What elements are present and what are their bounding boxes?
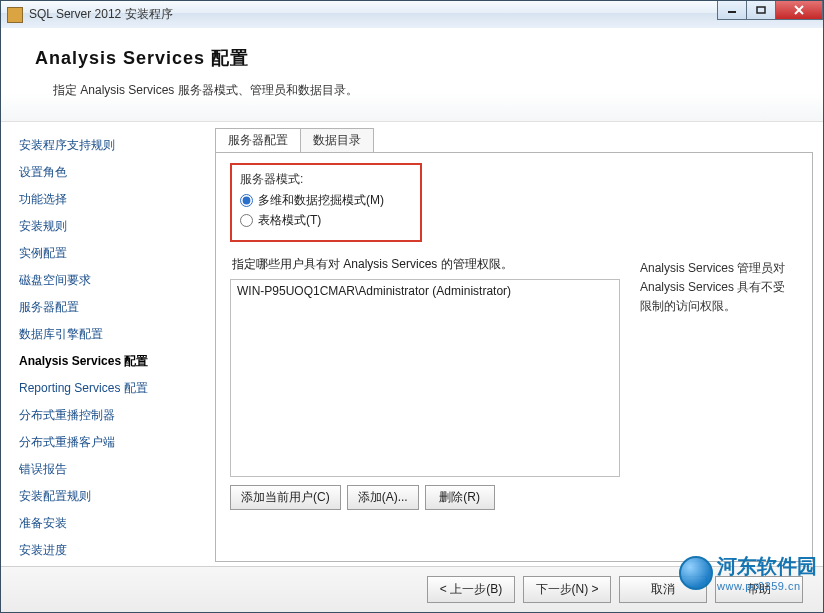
window-controls: [718, 1, 823, 20]
sidebar-item[interactable]: 设置角色: [19, 159, 203, 186]
next-button[interactable]: 下一步(N) >: [523, 576, 611, 603]
server-mode-group: 服务器模式: 多维和数据挖掘模式(M) 表格模式(T): [230, 163, 422, 242]
tab-strip: 服务器配置 数据目录: [215, 128, 813, 152]
header-area: Analysis Services 配置 指定 Analysis Service…: [1, 28, 823, 122]
content-row: 安装程序支持规则 设置角色 功能选择 安装规则 实例配置 磁盘空间要求 服务器配…: [1, 122, 823, 566]
sidebar-item[interactable]: 准备安装: [19, 510, 203, 537]
remove-user-button[interactable]: 删除(R): [425, 485, 495, 510]
maximize-icon: [756, 6, 766, 14]
maximize-button[interactable]: [746, 1, 776, 20]
sidebar-item[interactable]: 服务器配置: [19, 294, 203, 321]
server-mode-legend: 服务器模式:: [240, 171, 412, 188]
tab-data-directories[interactable]: 数据目录: [300, 128, 374, 152]
tab-panel: 服务器模式: 多维和数据挖掘模式(M) 表格模式(T) 指定哪些用户具有对 An…: [215, 152, 813, 562]
close-button[interactable]: [775, 1, 823, 20]
close-icon: [793, 5, 805, 15]
page-subtitle: 指定 Analysis Services 服务器模式、管理员和数据目录。: [35, 82, 789, 99]
sidebar-item[interactable]: 分布式重播控制器: [19, 402, 203, 429]
radio-tabular[interactable]: 表格模式(T): [240, 212, 412, 229]
page-title: Analysis Services 配置: [35, 46, 789, 70]
titlebar: SQL Server 2012 安装程序: [0, 0, 824, 28]
window-body: Analysis Services 配置 指定 Analysis Service…: [0, 28, 824, 613]
radio-multidim[interactable]: 多维和数据挖掘模式(M): [240, 192, 412, 209]
window-title: SQL Server 2012 安装程序: [29, 6, 173, 23]
cancel-button[interactable]: 取消: [619, 576, 707, 603]
sidebar-item[interactable]: 实例配置: [19, 240, 203, 267]
main-panel: 服务器配置 数据目录 服务器模式: 多维和数据挖掘模式(M) 表格模式(T) 指…: [207, 122, 823, 566]
sidebar-item[interactable]: 分布式重播客户端: [19, 429, 203, 456]
add-current-user-button[interactable]: 添加当前用户(C): [230, 485, 341, 510]
user-action-row: 添加当前用户(C) 添加(A)... 删除(R): [230, 485, 798, 510]
help-button[interactable]: 帮助: [715, 576, 803, 603]
svg-rect-1: [757, 7, 765, 13]
sidebar: 安装程序支持规则 设置角色 功能选择 安装规则 实例配置 磁盘空间要求 服务器配…: [1, 122, 207, 566]
radio-multidim-input[interactable]: [240, 194, 253, 207]
sidebar-item-current[interactable]: Analysis Services 配置: [19, 348, 203, 375]
radio-multidim-label: 多维和数据挖掘模式(M): [258, 192, 384, 209]
sidebar-item[interactable]: 数据库引擎配置: [19, 321, 203, 348]
list-item[interactable]: WIN-P95UOQ1CMAR\Administrator (Administr…: [237, 284, 613, 298]
back-button[interactable]: < 上一步(B): [427, 576, 515, 603]
sidebar-item[interactable]: 安装进度: [19, 537, 203, 564]
radio-tabular-label: 表格模式(T): [258, 212, 321, 229]
sidebar-item[interactable]: 错误报告: [19, 456, 203, 483]
wizard-footer: < 上一步(B) 下一步(N) > 取消 帮助: [1, 566, 823, 612]
sidebar-item[interactable]: 功能选择: [19, 186, 203, 213]
minimize-button[interactable]: [717, 1, 747, 20]
add-user-button[interactable]: 添加(A)...: [347, 485, 419, 510]
sidebar-item[interactable]: Reporting Services 配置: [19, 375, 203, 402]
admin-user-list[interactable]: WIN-P95UOQ1CMAR\Administrator (Administr…: [230, 279, 620, 477]
tab-server-config[interactable]: 服务器配置: [215, 128, 301, 152]
sidebar-item[interactable]: 安装程序支持规则: [19, 132, 203, 159]
radio-tabular-input[interactable]: [240, 214, 253, 227]
admin-note: Analysis Services 管理员对 Analysis Services…: [640, 259, 790, 317]
sidebar-item[interactable]: 磁盘空间要求: [19, 267, 203, 294]
sidebar-item[interactable]: 安装规则: [19, 213, 203, 240]
app-icon: [7, 7, 23, 23]
minimize-icon: [727, 6, 737, 14]
sidebar-item[interactable]: 安装配置规则: [19, 483, 203, 510]
